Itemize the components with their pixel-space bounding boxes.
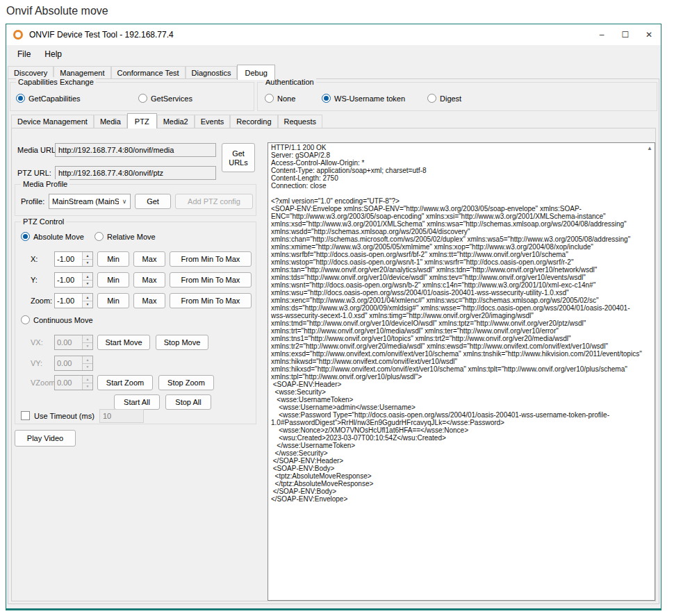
x-from-min-to-max-button[interactable]: From Min To Max — [170, 251, 252, 267]
spin-up-icon: ▲ — [83, 356, 92, 363]
radio-checked-icon — [21, 232, 30, 241]
spin-down-icon: ▼ — [83, 363, 92, 371]
menu-file[interactable]: File — [10, 47, 38, 62]
radio-unchecked-icon — [94, 232, 104, 241]
tab-recording[interactable]: Recording — [230, 115, 277, 128]
chevron-down-icon: ∨ — [119, 198, 130, 205]
x-spinner[interactable]: ▲ ▼ — [54, 251, 93, 267]
start-move-button[interactable]: Start Move — [97, 335, 150, 350]
x-spin-buttons: ▲ ▼ — [82, 252, 92, 266]
start-zoom-button[interactable]: Start Zoom — [97, 375, 153, 390]
zoom-spinner[interactable]: ▲ ▼ — [54, 293, 93, 308]
vy-spinner: ▲ ▼ — [54, 356, 93, 371]
zoom-min-button[interactable]: Min — [97, 293, 129, 308]
timeout-input — [99, 409, 144, 423]
stop-all-button[interactable]: Stop All — [165, 394, 211, 410]
radio-auth-digest[interactable]: Digest — [427, 94, 461, 103]
get-urls-button-line2: URLs — [229, 158, 248, 167]
radio-continuous-move[interactable]: Continuous Move — [21, 315, 93, 324]
media-url-input[interactable] — [55, 143, 216, 157]
radio-relative-move-label: Relative Move — [107, 233, 156, 241]
tab-conformance-test[interactable]: Conformance Test — [111, 66, 186, 79]
radio-auth-ws-username[interactable]: WS-Username token — [322, 94, 405, 103]
y-spinner[interactable]: ▲ ▼ — [54, 272, 93, 288]
tab-media2[interactable]: Media2 — [157, 115, 195, 128]
ptz-url-input[interactable] — [55, 166, 216, 180]
tab-media[interactable]: Media — [94, 115, 127, 128]
radio-unchecked-icon — [427, 94, 436, 103]
radio-checked-icon — [322, 94, 331, 103]
play-video-button[interactable]: Play Video — [15, 430, 76, 447]
radio-absolute-move[interactable]: Absolute Move — [21, 232, 84, 241]
use-timeout-checkbox[interactable] — [21, 411, 30, 420]
tab-events[interactable]: Events — [195, 115, 231, 128]
profile-dropdown[interactable]: MainStream (MainStrea ∨ — [49, 194, 131, 209]
window-controls: – ☐ ✕ — [590, 24, 661, 45]
zoom-max-button[interactable]: Max — [133, 293, 165, 308]
zoom-value-input[interactable] — [55, 294, 82, 308]
spin-down-icon[interactable]: ▼ — [83, 301, 92, 308]
spin-down-icon[interactable]: ▼ — [83, 280, 92, 288]
spin-down-icon: ▼ — [83, 342, 92, 350]
y-max-button[interactable]: Max — [133, 272, 165, 288]
spin-up-icon[interactable]: ▲ — [83, 294, 92, 301]
tab-device-management[interactable]: Device Management — [11, 115, 94, 128]
profile-get-button[interactable]: Get — [135, 194, 171, 209]
x-min-button[interactable]: Min — [97, 251, 129, 267]
vx-spinner: ▲ ▼ — [54, 335, 93, 350]
media-profile-title: Media Profile — [21, 179, 69, 189]
start-all-button[interactable]: Start All — [114, 394, 160, 410]
window-title: ONVIF Device Test Tool - 192.168.77.4 — [29, 30, 174, 40]
radio-getservices[interactable]: GetServices — [138, 94, 192, 103]
stop-zoom-button[interactable]: Stop Zoom — [158, 375, 214, 390]
zoom-from-min-to-max-button[interactable]: From Min To Max — [170, 293, 252, 308]
vzoom-value-input — [55, 376, 82, 390]
spin-up-icon[interactable]: ▲ — [83, 252, 92, 259]
radio-getcapabilities[interactable]: GetCapabilities — [16, 94, 81, 103]
zoom-label: Zoom: — [31, 297, 52, 305]
ptz-control-group: PTZ Control Absolute Move Relative Move … — [15, 222, 256, 424]
sub-tab-strip: Device Management Media PTZ Media2 Event… — [11, 113, 322, 128]
tab-requests[interactable]: Requests — [278, 115, 322, 128]
radio-getcapabilities-label: GetCapabilities — [28, 94, 81, 103]
vzoom-label: VZoom: — [31, 378, 58, 387]
response-output[interactable]: HTTP/1.1 200 OK Server: gSOAP/2.8 Access… — [268, 142, 655, 601]
close-button[interactable]: ✕ — [637, 24, 661, 45]
radio-unchecked-icon — [265, 94, 274, 103]
tab-debug[interactable]: Debug — [237, 65, 274, 80]
ptz-control-title: PTZ Control — [21, 217, 66, 226]
radio-absolute-move-label: Absolute Move — [33, 233, 84, 241]
profile-label: Profile: — [21, 197, 44, 206]
radio-auth-none-label: None — [277, 94, 295, 103]
titlebar: ONVIF Device Test Tool - 192.168.77.4 – … — [6, 24, 661, 45]
radio-getservices-label: GetServices — [151, 94, 192, 103]
menu-help[interactable]: Help — [38, 47, 69, 62]
spin-up-icon[interactable]: ▲ — [83, 273, 92, 280]
stop-move-button[interactable]: Stop Move — [156, 335, 208, 350]
y-from-min-to-max-button[interactable]: From Min To Max — [170, 272, 252, 288]
app-window: ONVIF Device Test Tool - 192.168.77.4 – … — [6, 24, 661, 610]
tab-diagnostics[interactable]: Diagnostics — [186, 66, 238, 79]
x-max-button[interactable]: Max — [133, 251, 165, 267]
y-value-input[interactable] — [55, 273, 82, 287]
spin-down-icon[interactable]: ▼ — [83, 259, 92, 267]
scroll-up-icon[interactable]: ▲ — [647, 145, 652, 151]
get-urls-button[interactable]: Get URLs — [222, 143, 255, 172]
x-value-input[interactable] — [55, 252, 82, 266]
tab-ptz[interactable]: PTZ — [127, 113, 157, 128]
vy-label: VY: — [31, 359, 42, 367]
radio-relative-move[interactable]: Relative Move — [94, 232, 156, 241]
radio-checked-icon — [16, 94, 25, 103]
zoom-spin-buttons: ▲ ▼ — [82, 294, 92, 308]
minimize-button[interactable]: – — [590, 24, 614, 45]
maximize-button[interactable]: ☐ — [614, 24, 637, 45]
menubar: File Help — [6, 45, 661, 63]
spin-down-icon: ▼ — [83, 383, 92, 390]
y-min-button[interactable]: Min — [97, 272, 129, 288]
spin-up-icon: ▲ — [83, 376, 92, 383]
radio-auth-none[interactable]: None — [265, 94, 295, 103]
app-icon — [13, 30, 23, 40]
get-urls-button-line1: Get — [232, 149, 245, 158]
media-url-label: Media URL: — [17, 146, 58, 154]
radio-unchecked-icon — [21, 315, 30, 324]
